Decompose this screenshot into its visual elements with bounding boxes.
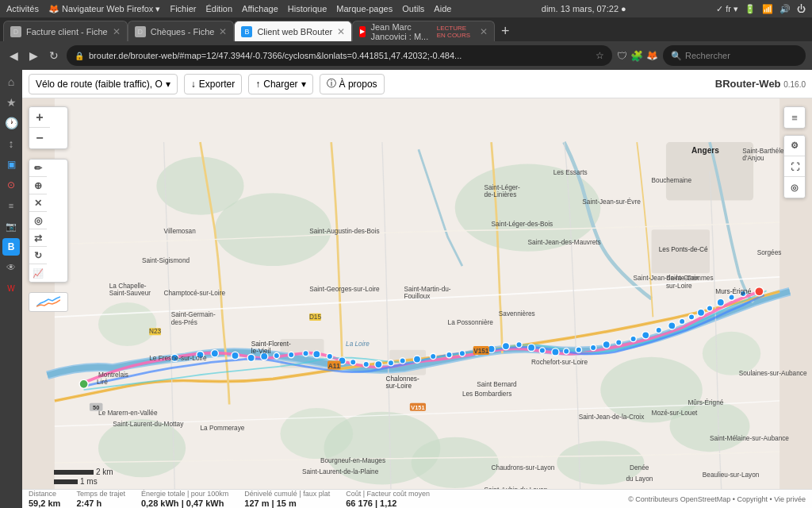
tab-cheques[interactable]: D Chèques - Fiche ✕	[128, 21, 235, 41]
svg-point-43	[516, 342, 522, 348]
info-icon: ⓘ	[327, 77, 336, 90]
svg-point-34	[388, 360, 393, 366]
svg-point-4	[156, 156, 243, 214]
addon-icon1[interactable]: 🦊	[646, 50, 658, 61]
tools-menu[interactable]: Outils	[402, 4, 424, 13]
ff-extra-btn[interactable]: W	[2, 279, 20, 297]
scale-m-label: 1 ms	[80, 477, 98, 486]
svg-text:Mozé-sur-Louet: Mozé-sur-Louet	[652, 410, 698, 417]
draw-pencil-button[interactable]: ✏	[29, 160, 47, 177]
zoom-in-button[interactable]: +	[29, 107, 50, 128]
file-menu[interactable]: Fichier	[170, 4, 196, 13]
svg-text:Angers: Angers	[691, 146, 719, 155]
tab-close-cheques[interactable]: ✕	[219, 26, 227, 37]
svg-text:N23: N23	[149, 328, 162, 335]
back-button[interactable]: ◀	[6, 48, 21, 64]
svg-text:Liré: Liré	[97, 379, 108, 386]
activities-menu[interactable]: Activités	[6, 4, 39, 13]
ff-bookmark-btn[interactable]: ★	[2, 94, 20, 111]
swap-button[interactable]: ⇄	[29, 229, 47, 247]
help-menu[interactable]: Aide	[434, 4, 451, 13]
tab-close-jancovici[interactable]: ✕	[480, 26, 488, 37]
svg-text:V151: V151	[411, 404, 424, 411]
power-icon[interactable]: ⏻	[797, 4, 806, 13]
search-bar[interactable]: 🔍 Rechercher	[663, 45, 806, 66]
ff-history-btn[interactable]: 🕐	[2, 114, 20, 132]
svg-point-55	[668, 322, 676, 329]
svg-text:Rochefort-sur-Loire: Rochefort-sur-Loire	[531, 359, 588, 366]
tab-jancovici[interactable]: ▶ Jean Marc Jancovici : M... LECTURE EN …	[352, 21, 495, 41]
svg-text:Saint-Jean-de-la-Croix: Saint-Jean-de-la-Croix	[579, 414, 645, 421]
shield-icon[interactable]: 🛡	[617, 50, 627, 62]
tab-close-facture[interactable]: ✕	[113, 26, 121, 37]
volume-icon: 🔊	[779, 4, 791, 14]
target-button[interactable]: ◎	[29, 212, 47, 229]
search-placeholder: Rechercher	[685, 51, 730, 60]
upload-icon: ↑	[255, 79, 260, 90]
svg-point-56	[679, 318, 684, 324]
profile-selector[interactable]: Vélo de route (faible traffic), O ▾	[29, 74, 178, 94]
scale-km-label: 2 km	[96, 468, 113, 476]
ff-pocketbtn[interactable]: ⊙	[2, 176, 20, 194]
location-button[interactable]: ◎	[784, 177, 805, 198]
ff-eye-btn[interactable]: 👁	[2, 259, 20, 276]
forward-button[interactable]: ▶	[26, 48, 41, 64]
tab-brouter[interactable]: B Client web BRouter ✕	[234, 21, 352, 41]
stats-button[interactable]: 📈	[29, 264, 47, 282]
svg-text:Mûrs-Érigné: Mûrs-Érigné	[688, 398, 723, 406]
tab-label-brouter: Client web BRouter	[257, 27, 332, 37]
url-bar[interactable]: 🔒 brouter.de/brouter-web/#map=12/47.3944…	[67, 45, 612, 66]
extensions-icon[interactable]: 🧩	[630, 50, 643, 62]
browser-toolbar-icons: 🛡 🧩 🦊	[617, 50, 658, 62]
add-point-button[interactable]: ⊕	[29, 177, 47, 194]
refresh-button[interactable]: ↻	[29, 247, 47, 264]
reload-button[interactable]: ↻	[46, 48, 62, 64]
svg-text:d'Anjou: d'Anjou	[742, 155, 764, 162]
ff-screenshot-btn[interactable]: 📷	[2, 217, 20, 235]
tab-favicon-brouter: B	[241, 26, 252, 37]
ff-containers-btn[interactable]: ▣	[2, 156, 20, 173]
svg-text:Saint-Sigismond: Saint-Sigismond	[142, 257, 190, 264]
export-button[interactable]: ↓ Exporter	[184, 74, 242, 94]
elevation-profile-button[interactable]	[29, 292, 68, 312]
svg-text:Denée: Denée	[630, 464, 649, 471]
view-menu[interactable]: Affichage	[242, 4, 278, 13]
zoom-out-button[interactable]: −	[29, 128, 50, 148]
fullscreen-button[interactable]: ⛶	[784, 156, 805, 177]
map-container[interactable]: Vélo de route (faible traffic), O ▾ ↓ Ex…	[22, 70, 812, 508]
tab-facture[interactable]: D Facture client - Fiche ✕	[3, 21, 128, 41]
svg-text:Bouchemaine: Bouchemaine	[652, 177, 692, 184]
svg-point-21	[211, 350, 218, 357]
svg-point-44	[528, 344, 535, 351]
firefox-menu[interactable]: 🦊 Navigateur Web Firefox ▾	[48, 4, 160, 14]
search-icon: 🔍	[671, 51, 682, 61]
svg-point-10	[98, 302, 156, 346]
remove-point-button[interactable]: ✕	[29, 194, 47, 212]
map-controls-right: ≡ ⚙ ⛶ ◎	[783, 106, 806, 198]
edit-menu[interactable]: Édition	[205, 4, 232, 13]
stat-cost: Coût | Facteur coût moyen 66 176 | 1,12	[346, 490, 430, 508]
language-indicator[interactable]: ✓ fr ▾	[716, 4, 738, 14]
url-text: brouter.de/brouter-web/#map=12/47.3944/-…	[89, 51, 591, 60]
about-button[interactable]: ⓘ À propos	[320, 74, 385, 94]
layers-button[interactable]: ≡	[784, 107, 805, 128]
ff-sync-btn[interactable]: ↕	[2, 135, 20, 152]
svg-point-33	[375, 360, 382, 368]
ff-reader-btn[interactable]: ≡	[2, 197, 20, 214]
map-background[interactable]: A11 V151 D15 N23 Angers Saint-Barthélemy…	[22, 98, 812, 489]
svg-text:A11: A11	[328, 363, 341, 370]
svg-point-26	[289, 352, 294, 357]
svg-point-11	[280, 408, 353, 459]
svg-text:Beaulieu-sur-Layon: Beaulieu-sur-Layon	[703, 471, 760, 479]
new-tab-button[interactable]: +	[495, 21, 515, 41]
bookmark-icon[interactable]: ☆	[596, 50, 604, 61]
ff-home-btn[interactable]: ⌂	[2, 73, 20, 90]
history-menu[interactable]: Historique	[288, 4, 327, 13]
charge-button[interactable]: ↑ Charger ▾	[248, 74, 312, 94]
svg-point-42	[502, 343, 509, 350]
ff-B-btn[interactable]: B	[2, 238, 20, 256]
bookmarks-menu[interactable]: Marque-pages	[336, 4, 393, 13]
map-settings-button[interactable]: ⚙	[784, 136, 805, 156]
svg-point-45	[539, 348, 545, 353]
tab-close-brouter[interactable]: ✕	[337, 26, 345, 37]
